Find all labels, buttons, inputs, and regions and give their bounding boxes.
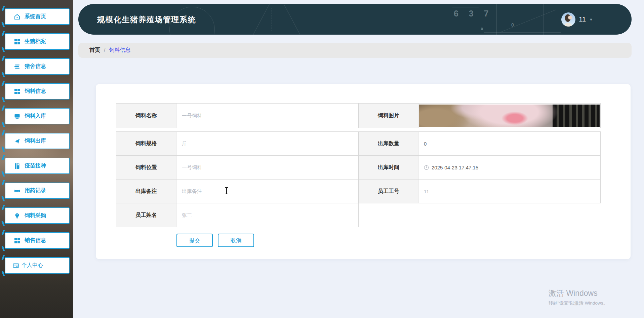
form-row: 饲料图片 [359, 103, 601, 128]
notebook-icon [14, 163, 20, 169]
header-sketch-line [544, 4, 544, 35]
header-sketch-numbers: 6 3 7 [454, 9, 493, 18]
form-actions: 提交 取消 [176, 234, 359, 247]
sidebar-item-feed-inbound[interactable]: 饲料入库 [5, 108, 70, 124]
outbound-quantity-value: 0 [424, 141, 427, 147]
header-sketch-line [452, 7, 479, 7]
sidebar-item-medication-records[interactable]: 用药记录 [5, 183, 70, 199]
medication-icon [14, 188, 20, 194]
feed-spec-input[interactable]: 斤 [176, 131, 359, 156]
app-header: 6 3 7 x 0 规模化生猪养殖场管理系统 11 ▼ [78, 4, 632, 35]
sidebar-item-label: 饲料信息 [25, 88, 46, 95]
grid-icon [14, 88, 20, 94]
field-label: 饲料位置 [116, 155, 176, 180]
text-cursor [226, 188, 227, 194]
home-icon [14, 14, 20, 20]
sidebar-item-personal-center[interactable]: 个人中心 [5, 257, 70, 274]
list-icon [14, 64, 20, 70]
paper-plane-icon [14, 138, 20, 144]
sidebar-item-pigsty-info[interactable]: 猪舍信息 [5, 58, 70, 75]
windows-activation-watermark: 激活 Windows 转到"设置"以激活 Windows。 [549, 288, 608, 306]
field-label: 出库数量 [359, 131, 418, 156]
header-sketch-theta: 0 [511, 22, 514, 28]
breadcrumb-current[interactable]: 饲料信息 [109, 47, 130, 54]
sidebar-item-label: 饲料出库 [25, 137, 46, 145]
page-title: 规模化生猪养殖场管理系统 [97, 14, 196, 25]
header-sketch-x: x [481, 26, 483, 31]
grid-icon [14, 238, 20, 244]
form-left-column: 饲料名称 一号饲料 饲料规格 斤 饲料位置 一号饲料 出库备注 出库备注 [116, 103, 359, 247]
sidebar-item-label: 个人中心 [22, 262, 43, 269]
header-sketch-line [500, 9, 556, 32]
header-sketch-line [280, 4, 304, 35]
form-row: 饲料位置 一号饲料 [116, 155, 359, 180]
field-label: 出库备注 [116, 179, 176, 203]
feed-location-placeholder: 一号饲料 [182, 164, 202, 171]
cancel-button[interactable]: 取消 [218, 234, 254, 247]
grid-icon [14, 39, 20, 45]
header-sketch-line [272, 8, 272, 31]
breadcrumb: 首页 / 饲料信息 [78, 43, 632, 58]
breadcrumb-separator: / [104, 47, 105, 53]
lightbulb-icon [14, 213, 20, 219]
sidebar-item-label: 用药记录 [25, 187, 46, 194]
field-label: 饲料规格 [116, 131, 176, 156]
form-row: 出库时间 2025-04-23 17:47:15 [359, 155, 601, 180]
outbound-remark-input[interactable]: 出库备注 [176, 179, 359, 203]
outbound-quantity-input[interactable]: 0 [418, 131, 601, 156]
sidebar-item-vaccination[interactable]: 疫苗接种 [5, 158, 70, 174]
employee-id-value: 11 [424, 189, 429, 194]
main-area: 6 3 7 x 0 规模化生猪养殖场管理系统 11 ▼ 首页 / 饲料信息 饲料… [73, 0, 644, 318]
form-row: 员工工号 11 [359, 179, 601, 203]
sidebar-item-feed-info[interactable]: 饲料信息 [5, 83, 70, 100]
form-row: 饲料规格 斤 [116, 131, 359, 156]
field-label: 饲料图片 [359, 103, 418, 128]
employee-id-input[interactable]: 11 [418, 179, 601, 203]
card-icon [13, 263, 19, 269]
sidebar-item-pig-files[interactable]: 生猪档案 [5, 33, 70, 50]
feed-image [419, 105, 600, 127]
field-label: 出库时间 [359, 155, 418, 180]
form-row: 饲料名称 一号饲料 [116, 103, 359, 128]
field-label: 员工姓名 [116, 203, 176, 227]
chevron-down-icon: ▼ [589, 17, 593, 22]
sidebar-item-label: 疫苗接种 [25, 162, 46, 169]
sidebar-item-feed-outbound[interactable]: 饲料出库 [5, 133, 70, 149]
clock-icon [424, 165, 429, 170]
form-row: 出库数量 0 [359, 131, 601, 156]
sidebar-item-home[interactable]: 系统首页 [5, 8, 70, 25]
watermark-line2: 转到"设置"以激活 Windows。 [549, 300, 608, 306]
feed-name-placeholder: 一号饲料 [182, 113, 202, 119]
sidebar: 系统首页 生猪档案 猪舍信息 饲料信息 饲料入库 饲料出库 疫苗接种 用药记录 … [0, 0, 73, 318]
breadcrumb-home[interactable]: 首页 [89, 47, 100, 54]
header-sketch-line [496, 4, 497, 35]
sidebar-item-label: 饲料采购 [25, 212, 46, 219]
feed-name-input[interactable]: 一号饲料 [176, 103, 359, 128]
sidebar-item-sales-info[interactable]: 销售信息 [5, 232, 70, 249]
sidebar-item-label: 猪舍信息 [25, 63, 46, 70]
user-dropdown[interactable]: 11 ▼ [561, 12, 593, 27]
sidebar-item-label: 系统首页 [25, 13, 46, 20]
feed-location-input[interactable]: 一号饲料 [176, 155, 359, 180]
feed-image-preview[interactable] [418, 103, 601, 128]
submit-button[interactable]: 提交 [176, 234, 213, 247]
form-card: 饲料名称 一号饲料 饲料规格 斤 饲料位置 一号饲料 出库备注 出库备注 [96, 84, 631, 259]
outbound-remark-placeholder: 出库备注 [182, 188, 202, 195]
sidebar-item-label: 销售信息 [25, 237, 46, 244]
employee-name-placeholder: 张三 [182, 212, 192, 218]
user-name: 11 [579, 15, 586, 23]
field-label: 员工工号 [359, 179, 418, 203]
employee-name-input[interactable]: 张三 [176, 203, 359, 227]
sidebar-item-feed-purchase[interactable]: 饲料采购 [5, 207, 70, 224]
form-row: 员工姓名 张三 [116, 203, 359, 227]
outbound-time-picker[interactable]: 2025-04-23 17:47:15 [418, 155, 601, 180]
outbound-time-value: 2025-04-23 17:47:15 [432, 165, 478, 170]
header-sketch-line [249, 4, 273, 35]
sidebar-item-label: 生猪档案 [25, 38, 46, 45]
feed-outbound-form: 饲料名称 一号饲料 饲料规格 斤 饲料位置 一号饲料 出库备注 出库备注 [116, 103, 601, 247]
avatar[interactable] [561, 12, 575, 27]
form-right-column: 饲料图片 出库数量 0 出库时间 2025-04-23 17:47:15 [359, 103, 601, 203]
feed-spec-placeholder: 斤 [182, 141, 187, 147]
field-label: 饲料名称 [116, 103, 176, 128]
watermark-line1: 激活 Windows [549, 288, 608, 299]
